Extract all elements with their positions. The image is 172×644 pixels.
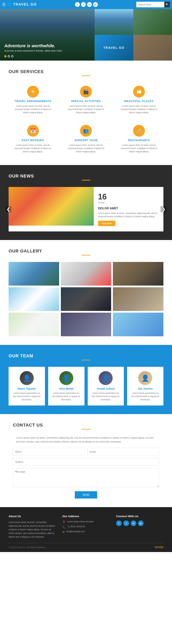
gallery-item-9[interactable] [113,313,164,336]
service-item-3: 🏔 BEAUTIFUL PLACES Lorem ipsum dolor sit… [114,82,164,117]
contact-form: SEND [13,448,159,498]
gallery-item-2[interactable] [61,262,111,286]
service-item-4: 📅 FAST BOOKING Lorem ipsum dolor sit ame… [8,122,58,156]
team-bio-3: Lorem Ipsum generators on the Internet t… [91,392,121,401]
email-icon: ✉ [62,530,64,534]
service-title-4: FAST BOOKING [12,139,54,142]
social-twitter[interactable]: t [81,2,86,7]
gallery-title: OUR GALLERY [8,248,164,254]
team-avatar-2: 👤 [59,371,73,385]
news-date-month: JUNE [98,201,159,204]
footer-social-linkedin[interactable]: in [131,520,136,526]
team-card-2: 👤 Sven Molah Lorem Ipsum generators on t… [48,367,84,406]
gallery-item-1[interactable] [8,262,59,286]
search-input[interactable] [136,2,164,7]
service-item-2: 🎬 SPECIAL ACTIVITIES Lorem ipsum dolor s… [62,82,110,117]
team-name-1: Nauro Tapsner [12,387,42,390]
news-prev-button[interactable]: ❮ [6,206,12,212]
services-title: OUR SERVICES [8,69,164,74]
team-name-4: Jan Joseiva [130,387,160,390]
location-icon: 📍 [62,521,66,524]
news-next-button[interactable]: ❯ [160,206,166,212]
footer-grid: About Us Lorem ipsum dolor sit amet, con… [8,515,164,539]
footer: About Us Lorem ipsum dolor sit amet, con… [0,507,172,552]
service-icon-places: 🏔 [133,86,145,98]
contact-underline [82,429,90,430]
hero-overlay [0,9,94,60]
service-title-6: RESTAURANTS [118,139,160,142]
news-read-more-button[interactable]: Read More [98,221,116,226]
team-grid: 👤 Nauro Tapsner Lorem Ipsum generators o… [8,367,164,406]
service-text-5: Lorem ipsum dolor sit amet, sed do eiusm… [65,144,107,153]
search-button[interactable]: 🔍 [164,2,170,7]
contact-name-input[interactable] [13,448,85,455]
news-info: 16 JUNE DOLOR AMET Lorem ipsum dolor sit… [94,187,164,232]
service-icon-booking: 📅 [27,125,39,137]
gallery-item-4[interactable] [8,287,59,311]
gallery-section: OUR GALLERY [0,240,172,345]
news-date-number: 16 [98,192,159,201]
footer-buy-link[interactable]: 购买链接 [155,546,164,549]
news-body: Lorem ipsum dolor sit amet, consectetur … [98,212,159,218]
news-headline: DOLOR AMET [98,206,159,210]
footer-address-1: 📍 Lorem ipsum dolor sit amet. [62,520,110,524]
service-text-2: Lorem ipsum dolor sit amet, sed do eiusm… [65,104,107,114]
footer-copyright: © 2022 Travel Go. All Rights Reserved [8,546,45,548]
gallery-item-7[interactable] [8,313,59,336]
service-icon-activities: 🎬 [80,86,92,98]
news-image [8,187,94,226]
footer-address-3: ✉ info@example.com [62,530,110,534]
contact-submit-button[interactable]: SEND [75,491,97,498]
service-title-2: SPECIAL ACTIVITIES [65,100,107,103]
footer-about-title: About Us [8,515,56,518]
hero-tile-1 [94,9,133,35]
social-facebook[interactable]: f [75,2,80,7]
phone-icon: 📞 [62,526,66,528]
menu-icon[interactable]: ☰ [2,2,6,7]
team-card-4: 👤 Jan Joseiva Lorem Ipsum generators on … [127,367,164,406]
team-name-3: Arnald Joshua [91,387,121,390]
team-underline [82,360,90,360]
footer-connect-col: Connect With Us f t in g+ [116,515,164,539]
hero-subtitle: A journey is best measured in friends, r… [4,50,62,52]
hero-tile-4 [133,35,172,60]
service-icon-support: 👥 [80,125,92,137]
hero-dot-3[interactable] [11,55,13,57]
team-title: OUR TEAM [8,354,164,358]
team-avatar-icon-4: 👤 [138,371,152,385]
contact-title: CONTACT US [13,423,159,428]
footer-address-2: 📞 +1 (912) 154-8176 [62,526,110,528]
team-name-2: Sven Molah [52,387,81,390]
hero-text: Adventure is worthwhile. A journey is be… [4,44,62,52]
hero-dot-1[interactable] [4,55,6,57]
gallery-item-3[interactable] [113,262,164,286]
gallery-item-5[interactable] [61,287,111,311]
hero-grid: TRAVEL GO [94,9,172,60]
team-bio-4: Lorem Ipsum generators on the Internet t… [130,392,160,401]
logo-text: TRAVEL GO [13,2,37,6]
gallery-item-6[interactable] [113,287,164,311]
footer-social-twitter[interactable]: t [124,520,129,526]
footer-social-facebook[interactable]: f [116,520,122,526]
contact-message-input[interactable] [13,468,159,487]
globe-icon: 🌐 [7,2,12,7]
social-linkedin[interactable]: in [87,2,92,7]
news-title: OUR NEWS [8,174,164,178]
logo: 🌐 TRAVEL GO [7,2,37,7]
service-icon-restaurants: 🍴 [133,125,145,137]
service-icon-travel: ✈ [27,86,39,98]
news-content: 16 JUNE DOLOR AMET Lorem ipsum dolor sit… [8,187,164,232]
footer-social-google[interactable]: g+ [138,520,144,526]
gallery-grid [8,262,164,336]
service-title-1: TRAVEL ARRANGEMENTS [12,100,54,103]
gallery-item-8[interactable] [61,313,111,336]
hero-title: Adventure is worthwhile. [4,44,62,48]
contact-email-input[interactable] [87,448,159,455]
team-avatar-icon-3: 👤 [99,371,113,385]
header: ☰ 🌐 TRAVEL GO f t in g+ 🔍 [0,0,172,9]
social-google[interactable]: g+ [93,2,98,7]
news-underline [82,180,90,180]
team-avatar-icon-1: 👤 [20,371,34,385]
contact-subject-input[interactable] [13,458,159,466]
hero-dot-2[interactable] [8,55,10,57]
